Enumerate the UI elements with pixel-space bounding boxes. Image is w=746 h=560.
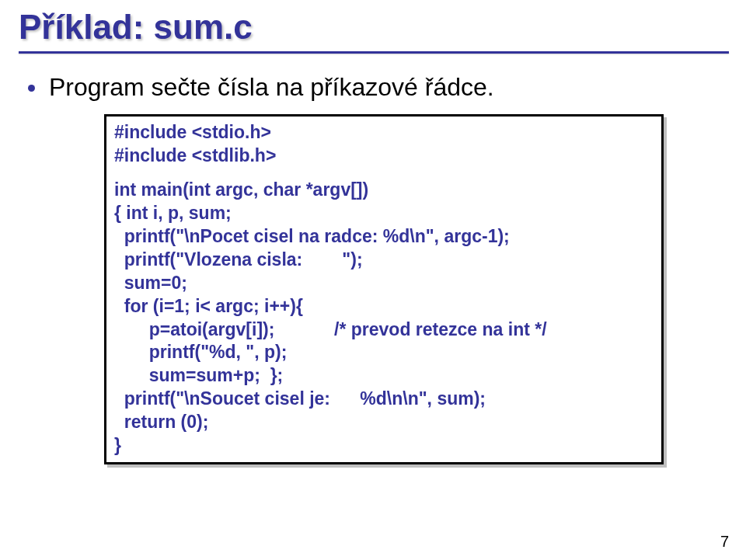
code-line: #include <stdlib.h> xyxy=(114,144,654,168)
code-line: printf("Vlozena cisla: "); xyxy=(114,249,654,272)
code-line: sum=0; xyxy=(114,272,654,295)
bullet-item: Program sečte čísla na příkazové řádce. xyxy=(28,72,729,102)
bullet-text: Program sečte čísla na příkazové řádce. xyxy=(49,72,494,102)
slide: Příklad: sum.c Program sečte čísla na př… xyxy=(0,0,746,560)
bullet-dot-icon xyxy=(28,85,35,92)
code-line: printf("%d, ", p); xyxy=(114,341,654,364)
code-line: #include <stdio.h> xyxy=(114,121,654,144)
code-line: p=atoi(argv[i]); /* prevod retezce na in… xyxy=(114,318,654,342)
code-line: for (i=1; i< argc; i++){ xyxy=(114,295,654,318)
page-number: 7 xyxy=(720,533,729,551)
code-line: return (0); xyxy=(114,411,654,434)
code-line: printf("\nSoucet cisel je: %d\n\n", sum)… xyxy=(114,388,654,411)
code-line: int main(int argc, char *argv[]) xyxy=(114,179,654,202)
code-line: printf("\nPocet cisel na radce: %d\n", a… xyxy=(114,225,654,249)
code-line: } xyxy=(114,434,654,457)
code-line: sum=sum+p; }; xyxy=(114,364,654,388)
blank-line xyxy=(114,168,654,179)
code-block: #include <stdio.h> #include <stdlib.h> i… xyxy=(104,114,664,464)
code-line: { int i, p, sum; xyxy=(114,202,654,225)
slide-title: Příklad: sum.c xyxy=(17,8,729,47)
title-underline xyxy=(19,51,729,54)
